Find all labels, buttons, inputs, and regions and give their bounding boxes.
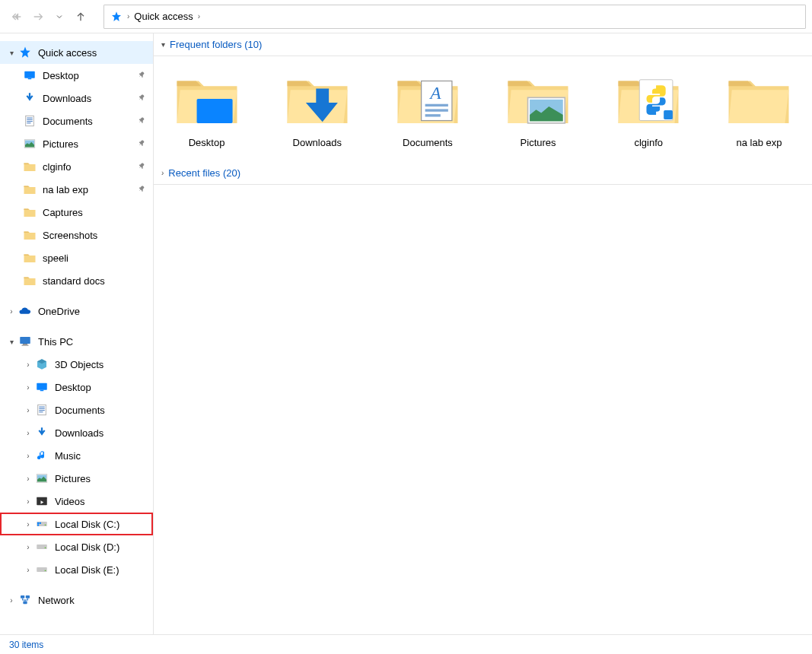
folder-item-nalabexp[interactable]: na lab exp [721,67,797,148]
tree-item-music[interactable]: › Music [0,444,153,467]
breadcrumb-item[interactable]: Quick access [134,11,193,22]
tree-label: This PC [38,336,147,348]
tree-item-desktop[interactable]: › Desktop [0,376,153,398]
tree-item-nalabexp[interactable]: na lab exp [0,178,153,201]
tree-label: 3D Objects [55,359,147,370]
pin-icon [138,138,147,150]
documents-icon [35,403,49,417]
folder-icon [23,251,37,265]
content-pane: ▾ Frequent folders (10) Desktop [154,33,812,634]
folder-label: Pictures [521,137,556,148]
breadcrumb-separator-icon: › [127,12,129,21]
folder-label: Downloads [293,137,342,148]
chevron-right-icon[interactable]: › [23,360,33,369]
pictures-folder-icon [506,67,570,131]
tree-item-standarddocs[interactable]: standard docs [0,269,153,292]
tree-item-speeli[interactable]: speeli [0,246,153,269]
chevron-right-icon[interactable]: › [23,566,33,574]
tree-label: Downloads [43,93,135,104]
tree-item-local-disk-d[interactable]: › Local Disk (D:) [0,535,153,558]
tree-label: standard docs [43,275,147,287]
tree-item-captures[interactable]: Captures [0,201,153,224]
tree-item-local-disk-e[interactable]: › Local Disk (E:) [0,558,153,581]
body: ▾ Quick access Desktop Downloads Documen… [0,33,812,634]
tree-this-pc[interactable]: ▾ This PC [0,330,153,353]
tree-quick-access[interactable]: ▾ Quick access [0,41,153,64]
frequent-folders-header[interactable]: ▾ Frequent folders (10) [154,33,812,56]
tree-item-clginfo[interactable]: clginfo [0,155,153,178]
address-bar[interactable]: › Quick access › [103,5,806,29]
up-button[interactable] [70,6,91,27]
downloads-folder-icon [285,67,349,131]
folder-item-downloads[interactable]: Downloads [279,67,355,148]
folder-icon [23,183,37,196]
quick-access-star-icon [110,11,123,23]
navigation-bar: › Quick access › [0,0,812,33]
chevron-right-icon[interactable]: › [6,596,17,605]
desktop-icon [35,380,49,394]
navigation-tree[interactable]: ▾ Quick access Desktop Downloads Documen… [0,33,154,634]
history-dropdown-button[interactable] [49,6,70,27]
network-icon [18,593,32,607]
folder-icon [23,205,37,219]
folder-item-desktop[interactable]: Desktop [169,67,244,148]
folder-item-documents[interactable]: A Documents [390,67,465,148]
back-button[interactable] [6,6,27,27]
chevron-right-icon[interactable]: › [23,406,33,414]
section-title: Frequent folders (10) [170,39,262,50]
pictures-icon [35,471,49,485]
pin-icon [138,161,147,173]
chevron-right-icon[interactable]: › [23,383,33,392]
tree-network[interactable]: › Network [0,589,153,611]
tree-item-3dobjects[interactable]: › 3D Objects [0,353,153,376]
drive-icon [35,563,49,576]
recent-files-header[interactable]: › Recent files (20) [154,162,812,185]
tree-label: Documents [55,405,147,416]
folder-icon [727,67,791,131]
tree-label: speeli [43,252,147,264]
videos-icon [35,494,49,508]
drive-icon [35,540,49,554]
folder-label: Documents [403,137,453,148]
tree-item-desktop[interactable]: Desktop [0,64,153,87]
chevron-right-icon[interactable]: › [23,497,33,506]
tree-label: Quick access [38,47,147,59]
tree-label: Screenshots [43,230,147,241]
folder-label: Desktop [189,137,225,148]
this-pc-icon [18,335,32,348]
tree-item-pictures[interactable]: › Pictures [0,467,153,490]
folder-item-clginfo[interactable]: clginfo [611,67,686,148]
chevron-right-icon[interactable]: › [23,543,33,551]
arrow-left-icon [11,11,23,23]
documents-icon [23,114,37,128]
chevron-right-icon[interactable]: › [23,429,33,437]
folder-item-pictures[interactable]: Pictures [501,67,576,148]
tree-label: Captures [43,207,147,218]
tree-item-documents[interactable]: Documents [0,110,153,132]
tree-label: clginfo [43,161,135,173]
tree-item-downloads[interactable]: Downloads [0,87,153,110]
chevron-down-icon[interactable]: ▾ [6,49,17,57]
tree-onedrive[interactable]: › OneDrive [0,300,153,322]
quick-access-star-icon [18,46,32,59]
chevron-right-icon[interactable]: › [6,307,17,316]
tree-item-screenshots[interactable]: Screenshots [0,224,153,246]
tree-label: Music [55,450,147,462]
tree-item-documents[interactable]: › Documents [0,398,153,421]
folder-icon [23,274,37,287]
tree-item-downloads[interactable]: › Downloads [0,421,153,444]
tree-label: Videos [55,496,147,507]
tree-item-local-disk-c[interactable]: › Local Disk (C:) [0,513,153,535]
tree-item-pictures[interactable]: Pictures [0,132,153,155]
forward-button[interactable] [27,6,49,27]
3dobjects-icon [35,357,49,371]
chevron-right-icon[interactable]: › [23,475,33,483]
chevron-right-icon[interactable]: › [23,520,33,529]
chevron-down-icon[interactable]: ▾ [6,338,17,346]
tree-item-videos[interactable]: › Videos [0,490,153,513]
tree-label: Local Disk (E:) [55,564,147,576]
svg-rect-37 [664,110,673,119]
chevron-right-icon[interactable]: › [23,452,33,460]
chevron-right-icon: › [161,169,164,177]
content-empty-area[interactable] [154,185,812,634]
